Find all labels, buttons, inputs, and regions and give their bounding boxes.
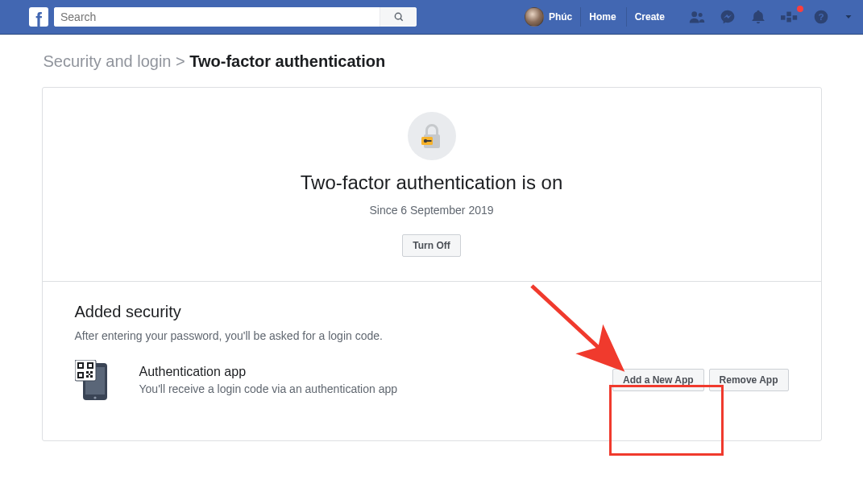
auth-app-desc: You'll receive a login code via an authe… [139,382,398,395]
notification-badge [797,6,803,12]
remove-app-button[interactable]: Remove App [709,369,789,391]
auth-app-title: Authentication app [139,365,398,379]
search-wrap [54,7,417,27]
search-button[interactable] [380,7,417,27]
quick-help-icon[interactable] [781,9,799,25]
svg-rect-25 [90,371,93,374]
added-security-desc: After entering your password, you'll be … [75,329,789,342]
tfa-title: Two-factor authentication is on [62,171,802,194]
lock-icon [408,112,456,160]
breadcrumb-sep: > [176,52,185,70]
avatar [525,7,544,27]
search-input[interactable] [54,7,380,27]
help-icon[interactable]: ? [813,9,829,25]
svg-rect-27 [90,375,93,378]
added-security-title: Added security [75,303,789,321]
svg-rect-19 [79,364,82,367]
friend-requests-icon[interactable] [689,9,705,25]
turn-off-button[interactable]: Turn Off [402,234,460,257]
svg-point-16 [93,396,96,399]
svg-line-1 [400,19,402,21]
facebook-logo[interactable]: f [29,7,48,27]
svg-rect-5 [786,12,791,16]
nav-home[interactable]: Home [580,7,624,27]
notifications-icon[interactable] [750,9,766,25]
topbar: f Phúc Home Create [0,0,863,35]
profile-link[interactable]: Phúc [518,7,579,27]
nav-create[interactable]: Create [626,7,673,27]
account-menu-icon[interactable] [844,12,853,22]
svg-rect-4 [781,15,786,20]
svg-rect-23 [79,374,82,377]
tfa-card: Two-factor authentication is on Since 6 … [42,87,822,441]
search-icon [393,11,405,23]
svg-rect-7 [793,15,798,20]
breadcrumb-parent[interactable]: Security and login [44,52,172,70]
profile-name: Phúc [549,11,572,23]
svg-rect-28 [89,374,90,375]
svg-rect-21 [89,364,92,367]
auth-app-icon [75,360,123,400]
svg-point-3 [699,13,703,17]
messenger-icon[interactable] [720,9,736,25]
add-new-app-button[interactable]: Add a New App [612,369,704,391]
svg-point-2 [691,11,697,17]
svg-rect-24 [86,371,89,374]
auth-app-row: Authentication app You'll receive a logi… [75,360,789,400]
breadcrumb: Security and login > Two-factor authenti… [42,52,822,71]
svg-text:?: ? [818,11,824,22]
svg-rect-13 [426,140,431,142]
svg-rect-6 [786,18,791,22]
breadcrumb-current: Two-factor authentication [189,52,385,70]
svg-rect-26 [86,375,89,378]
tfa-since: Since 6 September 2019 [62,204,802,217]
svg-point-0 [395,13,401,19]
